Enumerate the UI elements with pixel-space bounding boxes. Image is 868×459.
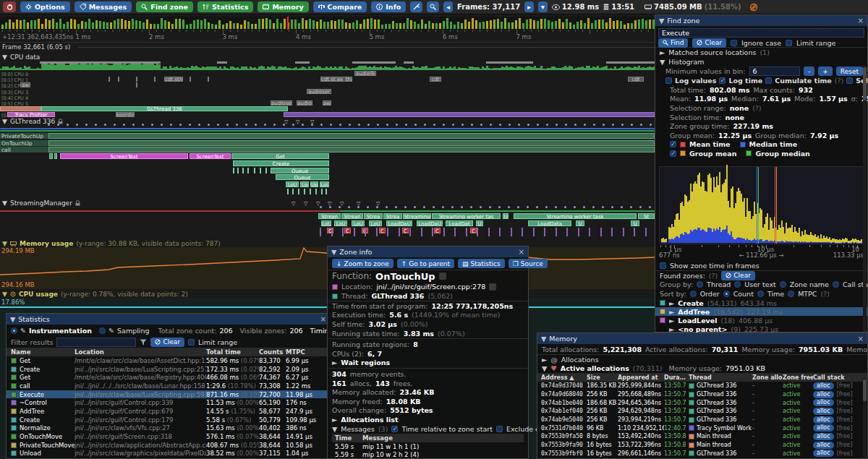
message-dot[interactable] — [404, 206, 407, 208]
message-row[interactable]: 5.59 smip 11 w 1 h 1 (1) — [332, 442, 524, 451]
message-dot[interactable] — [142, 124, 144, 126]
zone[interactable]: LoU — [352, 220, 365, 226]
cpu-zone[interactable] — [136, 82, 137, 87]
message-dot[interactable] — [189, 124, 191, 126]
message-dot[interactable] — [498, 206, 501, 208]
scrollbar-thumb[interactable] — [863, 379, 867, 401]
zone[interactable] — [315, 189, 317, 194]
message-dot[interactable] — [104, 124, 106, 126]
zone-info-titlebar[interactable]: ▼ Zone info × — [328, 246, 528, 257]
found-zone-row[interactable]: ►Create(54,131)643.34 ms — [655, 299, 867, 307]
zone[interactable]: LoUp — [320, 181, 329, 187]
message-dot[interactable] — [273, 124, 276, 126]
statistics-table-header[interactable]: Name Location Total time Counts ▼ MTPC — [7, 348, 330, 356]
log-values-checkbox[interactable] — [665, 77, 672, 84]
open-zone[interactable]: call — [0, 146, 655, 153]
histogram-section-header[interactable]: ▼ Histogram — [655, 57, 867, 67]
message-dot[interactable] — [226, 124, 229, 126]
legend-checkbox[interactable] — [670, 150, 676, 157]
message-dot[interactable] — [67, 124, 69, 126]
message-dot[interactable] — [236, 124, 238, 126]
cpu-usage-graph[interactable] — [0, 61, 655, 70]
scrollbar-thumb[interactable] — [863, 67, 867, 100]
collapse-icon[interactable]: ► — [542, 356, 547, 364]
info-button[interactable]: Info — [371, 1, 406, 12]
cpu-zone[interactable] — [208, 77, 209, 82]
close-icon[interactable]: × — [519, 249, 524, 256]
message-dot[interactable] — [264, 124, 266, 126]
alloc-button[interactable]: alloc — [813, 433, 834, 440]
go-to-parent-button[interactable]: ↑Go to parent — [397, 259, 454, 268]
message-dot[interactable] — [451, 206, 454, 208]
zone[interactable]: C — [344, 228, 351, 233]
message-dot[interactable] — [621, 124, 624, 126]
zone[interactable]: LoU — [286, 181, 299, 187]
cpu-zone[interactable]: cdt.st/n_bv — [164, 77, 183, 82]
message-dot[interactable] — [311, 124, 313, 126]
alloc-button[interactable]: alloc — [813, 391, 834, 398]
zone[interactable] — [304, 189, 305, 194]
collapse-icon[interactable]: ▼ — [10, 315, 15, 323]
message-dot[interactable] — [329, 206, 331, 208]
find-button[interactable]: Find — [658, 38, 688, 48]
zone[interactable]: Strean — [341, 213, 363, 219]
sort-by-time-radio[interactable] — [757, 291, 764, 297]
zone[interactable]: Streaming worker task — [514, 213, 637, 219]
collapse-icon[interactable]: ▼ — [2, 291, 7, 298]
memory-table-row[interactable]: 0x7553b9fa9016 bytes153,722,396ns13:50.8… — [537, 441, 867, 450]
message-dot[interactable] — [132, 124, 135, 126]
message-dot[interactable] — [208, 124, 210, 126]
compare-button[interactable]: Compare — [313, 1, 367, 12]
message-dot[interactable] — [452, 124, 454, 126]
message-dot[interactable] — [405, 124, 407, 126]
collapse-icon[interactable]: ▼ — [542, 364, 547, 372]
message-dot[interactable] — [527, 206, 529, 208]
zone[interactable]: ScreenText — [190, 153, 231, 159]
cumulate-time-checkbox[interactable] — [765, 77, 772, 84]
message-dot[interactable] — [631, 124, 633, 126]
log-time-checkbox[interactable] — [719, 77, 726, 84]
message-dot[interactable] — [546, 124, 548, 126]
statistics-titlebar[interactable]: ▼ Statistics × — [7, 314, 330, 325]
cpu-zone[interactable]: koordinat — [116, 112, 135, 117]
zone[interactable]: Get — [231, 153, 329, 159]
memory-table-row[interactable]: 0x74a9d68040256 KB295,668,489ns13:50.7GL… — [537, 390, 867, 399]
collapse-icon[interactable]: ► — [332, 416, 337, 424]
zone[interactable]: C — [379, 228, 386, 233]
open-zone[interactable]: PrivateTouchUp — [0, 132, 655, 139]
open-zone[interactable]: OnTouchUp — [0, 140, 655, 146]
message-dot[interactable] — [377, 124, 379, 126]
message-dot[interactable] — [395, 206, 397, 208]
cpu-plot-header[interactable]: ▼ CPU usage (y-range: 0.78%, visible dat… — [2, 291, 188, 298]
filter-clear-button[interactable]: Clear — [150, 338, 184, 347]
zone[interactable]: Strea — [383, 213, 402, 219]
message-dot[interactable] — [179, 124, 182, 126]
statistics-button[interactable]: ▤Statistics — [458, 259, 505, 268]
legend-checkbox[interactable] — [670, 141, 676, 147]
message-dot[interactable] — [386, 206, 388, 208]
memory-table-row[interactable]: 0x7553b9fa508 bytes153,492,240ns13:50.8M… — [537, 432, 867, 441]
collapse-icon[interactable]: ► — [669, 299, 674, 307]
collapse-icon[interactable]: ► — [660, 48, 665, 56]
messages-table-header[interactable]: Time Message — [332, 434, 524, 442]
cpu-zone[interactable] — [118, 77, 119, 82]
message-dot[interactable] — [414, 206, 416, 208]
prev-frame-button[interactable]: ◂ — [443, 1, 453, 12]
alloc-button[interactable]: alloc — [813, 424, 834, 432]
reset-button[interactable]: Reset — [836, 67, 863, 76]
clear-button[interactable]: Clear — [692, 38, 726, 48]
cpu-zone[interactable]: aw — [323, 100, 331, 106]
message-dot[interactable] — [537, 124, 539, 126]
zone[interactable]: LoadDaU — [417, 220, 443, 226]
collapse-icon[interactable]: ▼ — [660, 58, 665, 66]
stats-table-row[interactable]: Executejni/../jni/src/claw/base/LuaScrip… — [7, 390, 330, 399]
message-dot[interactable] — [640, 124, 642, 126]
tools-button[interactable] — [410, 1, 422, 12]
zone[interactable]: Queue — [271, 168, 329, 173]
stats-table-row[interactable]: Get/mnt/e/claw/src/claw/base/Registry.hp… — [7, 373, 330, 382]
sampling-radio[interactable] — [99, 327, 106, 334]
zone[interactable] — [254, 168, 255, 173]
cpu-zone[interactable]: audioser — [307, 89, 331, 94]
zone[interactable]: Strean — [318, 213, 341, 219]
message-dot[interactable] — [423, 206, 425, 208]
